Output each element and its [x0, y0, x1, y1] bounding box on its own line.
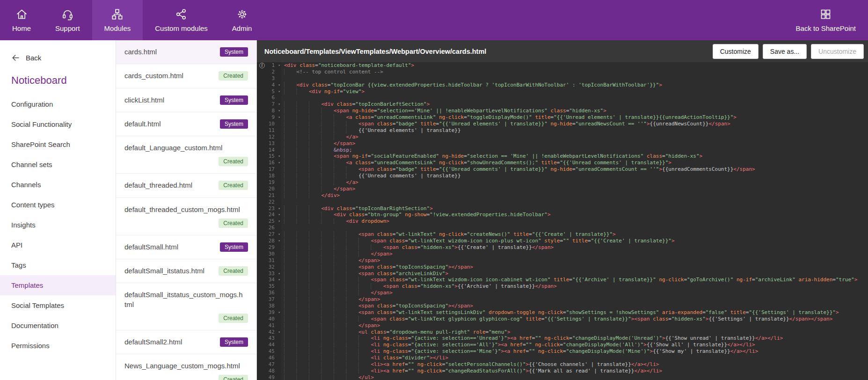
code-line-text[interactable]: [281, 199, 868, 205]
sidebar-item-social-functionality[interactable]: Social Functionality: [0, 114, 116, 134]
code-line[interactable]: 14 &nbsp;: [257, 147, 868, 153]
gutter-line-number[interactable]: 19: [257, 179, 281, 186]
code-line-text[interactable]: {{'Unread comments' | translate}}: [281, 173, 868, 179]
code-line-text[interactable]: <li class="divider"></li>: [281, 355, 868, 361]
template-row-news-language-custom-mogs-html[interactable]: News_Language_custom_mogs.htmlCreated: [116, 354, 256, 380]
gutter-line-number[interactable]: 11: [257, 127, 281, 134]
code-line-text[interactable]: &nbsp;: [281, 147, 868, 153]
gutter-line-number[interactable]: 14: [257, 147, 281, 153]
sidebar-item-social-templates[interactable]: Social Templates: [0, 295, 116, 315]
fold-caret-icon[interactable]: ▾: [278, 212, 280, 218]
code-line-text[interactable]: <span class="wt-linkText" ng-click="crea…: [281, 231, 868, 238]
template-row-default-threaded-html[interactable]: default_threaded.htmlCreated: [116, 174, 256, 197]
code-line-text[interactable]: <div dropdown>: [281, 218, 868, 225]
gutter-line-number[interactable]: i1▾: [257, 62, 281, 69]
code-line[interactable]: 4▾ <div class="topIconBar {{view.extende…: [257, 82, 868, 88]
gutter-line-number[interactable]: 9▾: [257, 114, 281, 121]
code-line[interactable]: 19 </a>: [257, 179, 868, 186]
gutter-line-number[interactable]: 22: [257, 199, 281, 205]
code-line-text[interactable]: <li ng-class="{active: selection=='All'}…: [281, 342, 868, 348]
code-line-text[interactable]: <span class="hidden-xs">{{'Archive' | tr…: [281, 283, 868, 290]
code-line-text[interactable]: [281, 75, 868, 82]
nav-item-back-to-sharepoint[interactable]: Back to SharePoint: [784, 0, 868, 40]
code-line-text[interactable]: <span class="hidden-xs">{{'Create' | tra…: [281, 244, 868, 251]
sidebar-item-templates[interactable]: Templates: [0, 275, 116, 295]
fold-caret-icon[interactable]: ▾: [278, 270, 280, 277]
fold-caret-icon[interactable]: ▾: [278, 309, 280, 316]
code-line-text[interactable]: <span class="wt-linkText settingsLinkDiv…: [281, 309, 868, 316]
template-row-default-threaded-custom-mogs-html[interactable]: default_threaded_custom_mogs.htmlCreated: [116, 198, 256, 235]
code-line-text[interactable]: <span class="wt-linkText wizdom-icon ico…: [281, 238, 868, 244]
gutter-line-number[interactable]: 17: [257, 166, 281, 173]
code-line[interactable]: 23▾ <div class="topIconBarRightSection">: [257, 205, 868, 212]
gutter-line-number[interactable]: 49: [257, 374, 281, 380]
template-row-defaultsmall-html[interactable]: defaultSmall.htmlSystem: [116, 235, 256, 259]
gutter-line-number[interactable]: 16▾: [257, 160, 281, 166]
code-line-text[interactable]: <span class="wt-linkText wizdom-icon ico…: [281, 277, 868, 283]
code-line[interactable]: 11 {{'Unread elements' | translate}}: [257, 127, 868, 134]
code-line-text[interactable]: [281, 95, 868, 101]
template-row-clicklist-html[interactable]: clickList.htmlSystem: [116, 88, 256, 112]
gutter-line-number[interactable]: 4▾: [257, 82, 281, 88]
save-as-button[interactable]: Save as...: [763, 44, 807, 59]
code-line-text[interactable]: <div class="btn-group" ng-show="!view.ex…: [281, 212, 868, 218]
code-line-text[interactable]: <span class="topIconsSpacing"></span>: [281, 264, 868, 270]
code-line-text[interactable]: <ul class="dropdown-menu pull-right" rol…: [281, 329, 868, 336]
code-line-text[interactable]: <li ng-class="{active: selection=='Unrea…: [281, 335, 868, 342]
gutter-line-number[interactable]: 45: [257, 348, 281, 355]
code-line-text[interactable]: </div>: [281, 192, 868, 199]
sidebar-item-channels[interactable]: Channels: [0, 175, 116, 195]
code-line-text[interactable]: <li ng-class="{active: selection=='Mine'…: [281, 348, 868, 355]
template-row-defaultsmall2-html[interactable]: defaultSmall2.htmlSystem: [116, 330, 256, 354]
code-line-text[interactable]: <li><a href="" ng-click="selectPersonalC…: [281, 361, 868, 368]
template-row-default-html[interactable]: default.htmlSystem: [116, 112, 256, 136]
code-line-text[interactable]: <a class="unreadCommentsLink" ng-click="…: [281, 114, 868, 121]
code-line[interactable]: 2 <!-- top control content -->: [257, 69, 868, 75]
code-line-text[interactable]: <div class="topIconBar {{view.extendedPr…: [281, 82, 868, 88]
gutter-line-number[interactable]: 7▾: [257, 101, 281, 108]
code-line[interactable]: 41 </span>: [257, 322, 868, 329]
code-line-text[interactable]: <div class="topIconBarRightSection">: [281, 205, 868, 212]
code-line[interactable]: 49 </ul>: [257, 374, 868, 380]
fold-caret-icon[interactable]: ▾: [278, 231, 280, 238]
nav-item-modules[interactable]: Modules: [92, 0, 143, 40]
code-line[interactable]: 36 </span>: [257, 290, 868, 296]
gutter-line-number[interactable]: 29: [257, 244, 281, 251]
fold-caret-icon[interactable]: ▾: [278, 277, 280, 283]
code-line[interactable]: 21 </div>: [257, 192, 868, 199]
sidebar-item-tags[interactable]: Tags: [0, 255, 116, 275]
code-line[interactable]: 15▾ <span ng-if="socialFeatureEnabled" n…: [257, 153, 868, 160]
fold-caret-icon[interactable]: ▾: [278, 82, 280, 88]
gutter-line-number[interactable]: 30: [257, 251, 281, 257]
code-line-text[interactable]: [281, 225, 868, 231]
gutter-line-number[interactable]: 5▾: [257, 88, 281, 95]
gutter-line-number[interactable]: 32: [257, 264, 281, 270]
code-line[interactable]: 45 <li ng-class="{active: selection=='Mi…: [257, 348, 868, 355]
code-line-text[interactable]: <span ng-if="socialFeatureEnabled" ng-hi…: [281, 153, 868, 160]
code-line-text[interactable]: </a>: [281, 179, 868, 186]
gutter-line-number[interactable]: 23▾: [257, 205, 281, 212]
code-line[interactable]: 22: [257, 199, 868, 205]
code-line-text[interactable]: </span>: [281, 322, 868, 329]
fold-caret-icon[interactable]: ▾: [278, 108, 280, 114]
code-line-text[interactable]: <div class="topIconBarLeftSection">: [281, 101, 868, 108]
code-line[interactable]: 32 <span class="topIconsSpacing"></span>: [257, 264, 868, 270]
code-line[interactable]: 16▾ <a class="unreadCommentsLink" ng-cli…: [257, 160, 868, 166]
gutter-line-number[interactable]: 42▾: [257, 329, 281, 336]
sidebar-item-documentation[interactable]: Documentation: [0, 315, 116, 336]
nav-item-home[interactable]: Home: [0, 0, 43, 40]
code-line[interactable]: 29 <span class="hidden-xs">{{'Create' | …: [257, 244, 868, 251]
code-line[interactable]: 30 </span>: [257, 251, 868, 257]
gutter-line-number[interactable]: 34▾: [257, 277, 281, 283]
code-line-text[interactable]: <span class="badge" title="{{'Unread com…: [281, 166, 868, 173]
fold-caret-icon[interactable]: ▾: [278, 62, 280, 69]
code-line[interactable]: 47 <li><a href="" ng-click="selectPerson…: [257, 361, 868, 368]
code-line-text[interactable]: <div class="noticeboard-template-default…: [281, 62, 868, 69]
code-line[interactable]: 7▾ <div class="topIconBarLeftSection">: [257, 101, 868, 108]
gutter-line-number[interactable]: 20: [257, 186, 281, 192]
gutter-line-number[interactable]: 35: [257, 283, 281, 290]
code-line[interactable]: 9▾ <a class="unreadCommentsLink" ng-clic…: [257, 114, 868, 121]
gutter-line-number[interactable]: 28▾: [257, 238, 281, 244]
code-line[interactable]: 26: [257, 225, 868, 231]
back-link[interactable]: Back: [0, 40, 116, 62]
